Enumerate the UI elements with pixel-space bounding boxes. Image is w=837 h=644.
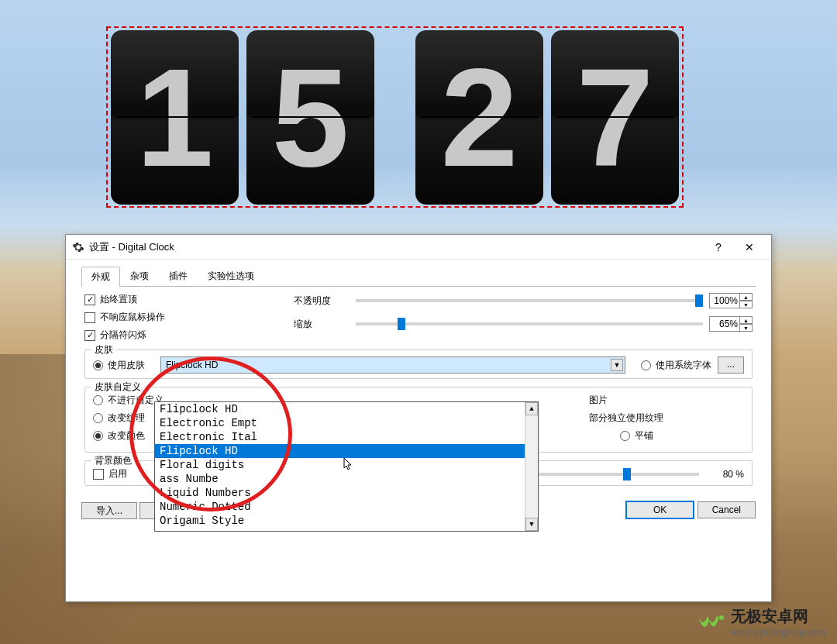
opacity-slider[interactable] — [356, 299, 703, 302]
watermark-brand: 无极安卓网 — [731, 606, 826, 627]
scrollbar[interactable]: ▲ ▼ — [525, 402, 538, 531]
flip-digit: 5 — [246, 30, 374, 205]
change-color-label: 改变颜色 — [108, 429, 145, 443]
change-texture-label: 改变纹理 — [108, 412, 145, 425]
always-on-top-checkbox[interactable] — [84, 294, 95, 305]
skin-group: 皮肤 使用皮肤 Flipclock HD ▼ 使用系统字体 ... — [84, 350, 753, 379]
tab-appearance[interactable]: 外观 — [81, 267, 120, 287]
zoom-slider[interactable] — [356, 322, 703, 325]
spin-down[interactable]: ▼ — [740, 301, 753, 308]
flip-digit: 7 — [551, 30, 679, 205]
list-item[interactable]: Liquid Numbers — [155, 486, 525, 500]
help-button[interactable]: ? — [703, 236, 734, 259]
scroll-up-icon[interactable]: ▲ — [525, 402, 538, 415]
use-font-radio[interactable] — [641, 360, 651, 370]
list-item[interactable]: Numeric Dotted — [155, 500, 525, 514]
close-button[interactable]: ✕ — [734, 236, 765, 259]
opacity-input[interactable] — [709, 293, 740, 308]
scroll-down-icon[interactable]: ▼ — [525, 518, 538, 531]
list-item[interactable]: Electronic Ital — [155, 430, 525, 444]
import-button[interactable]: 导入... — [81, 502, 137, 519]
tab-experimental[interactable]: 实验性选项 — [198, 266, 264, 286]
ignore-mouse-checkbox[interactable] — [84, 312, 95, 323]
skin-custom-title: 皮肤自定义 — [91, 381, 144, 394]
spin-down[interactable]: ▼ — [740, 324, 753, 332]
watermark-url: www.wjhotelgroup.com — [731, 627, 826, 638]
skin-combo[interactable]: Flipclock HD ▼ — [160, 356, 625, 374]
skin-dropdown-list[interactable]: Flipclock HD Electronic Empt Electronic … — [154, 401, 539, 532]
chevron-down-icon[interactable]: ▼ — [611, 359, 623, 371]
no-custom-radio[interactable] — [93, 395, 103, 405]
cancel-button[interactable]: Cancel — [698, 501, 756, 518]
flip-digit: 2 — [415, 30, 543, 205]
list-item[interactable]: Floral digits — [155, 458, 525, 472]
svg-point-0 — [719, 615, 724, 620]
watermark-logo-icon — [695, 610, 726, 635]
settings-dialog: 设置 - Digital Clock ? ✕ 外观 杂项 插件 实验性选项 始终… — [65, 234, 772, 602]
ignore-mouse-label: 不响应鼠标操作 — [100, 311, 165, 324]
tabs: 外观 杂项 插件 实验性选项 — [81, 266, 756, 287]
ok-button[interactable]: OK — [625, 501, 694, 519]
skin-group-title: 皮肤 — [91, 343, 116, 356]
use-skin-label: 使用皮肤 — [108, 359, 145, 372]
bg-opacity-value: 80 % — [705, 469, 744, 480]
parts-label: 部分独立使用纹理 — [589, 412, 663, 425]
use-skin-radio[interactable] — [93, 360, 103, 370]
list-item[interactable]: Flipclock HD — [155, 402, 525, 416]
spin-up[interactable]: ▲ — [740, 316, 753, 324]
spin-up[interactable]: ▲ — [740, 293, 753, 301]
bg-enable-label: 启用 — [108, 467, 127, 480]
list-item[interactable]: Electronic Empt — [155, 416, 525, 430]
use-font-label: 使用系统字体 — [656, 359, 711, 372]
dialog-title: 设置 - Digital Clock — [89, 240, 703, 254]
image-label: 图片 — [589, 394, 608, 407]
tile-radio[interactable] — [620, 431, 630, 441]
tab-plugin[interactable]: 插件 — [159, 266, 198, 286]
tab-misc[interactable]: 杂项 — [120, 266, 159, 286]
list-item[interactable]: ass Numbe — [155, 472, 525, 486]
opacity-label: 不透明度 — [294, 294, 350, 308]
font-browse-button[interactable]: ... — [718, 356, 744, 374]
tile-label: 平铺 — [635, 429, 653, 443]
list-item[interactable]: Origami Style — [155, 514, 525, 528]
zoom-input[interactable] — [709, 316, 740, 332]
bgcolor-title: 背景颜色 — [91, 454, 135, 467]
change-color-radio[interactable] — [93, 431, 103, 441]
zoom-label: 缩放 — [294, 318, 350, 331]
bg-enable-checkbox[interactable] — [93, 469, 104, 480]
gear-icon — [72, 241, 84, 253]
change-texture-radio[interactable] — [93, 413, 103, 423]
titlebar[interactable]: 设置 - Digital Clock ? ✕ — [66, 235, 771, 260]
flip-digit: 1 — [111, 30, 239, 205]
always-on-top-label: 始终置顶 — [100, 293, 137, 306]
list-item[interactable]: Flipclock HD — [155, 444, 525, 458]
sep-flash-checkbox[interactable] — [84, 330, 95, 341]
flipclock-widget[interactable]: 1 5 2 7 — [106, 26, 684, 208]
watermark: 无极安卓网 www.wjhotelgroup.com — [695, 606, 826, 638]
sep-flash-label: 分隔符闪烁 — [100, 329, 146, 342]
